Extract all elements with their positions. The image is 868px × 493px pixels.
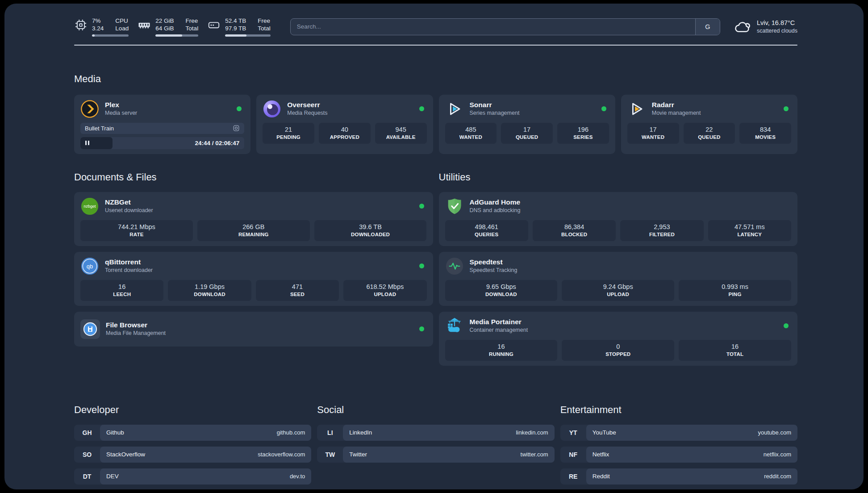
ram-progress-bar (155, 34, 198, 37)
app-card-filebrowser[interactable]: File Browser Media File Management (74, 312, 433, 347)
cpu-progress-bar (92, 34, 129, 37)
stat-box: 16TOTAL (679, 340, 791, 361)
bookmark-row[interactable]: LILinkedInlinkedin.com (317, 425, 554, 441)
stat-box: 945AVAILABLE (375, 123, 427, 144)
app-name: Speedtest (470, 258, 792, 267)
dashboard: 7% 3.24 CPU Load (4, 4, 864, 489)
ram-free-value: 22 GiB (155, 17, 174, 25)
section-title-documents: Documents & Files (74, 171, 433, 184)
stat-box: 39.6 TBDOWNLOADED (314, 220, 427, 241)
bookmark-row[interactable]: RERedditreddit.com (560, 468, 797, 485)
bookmark-url: twitter.com (521, 451, 548, 458)
stat-label: RATE (82, 231, 191, 238)
stat-label: DOWNLOAD (170, 291, 249, 298)
app-name: Overseerr (287, 100, 413, 109)
entertainment-links: YTYouTubeyoutube.comNFNetflixnetflix.com… (560, 425, 797, 485)
bookmark-abbr: SO (74, 447, 100, 463)
status-dot (237, 106, 242, 111)
app-card-overseerr[interactable]: Overseerr Media Requests 21PENDING40APPR… (256, 95, 433, 154)
search-bar: G (290, 18, 720, 35)
stat-box: 498,461QUERIES (445, 220, 528, 241)
plex-logo-icon (80, 100, 99, 118)
ram-total-value: 64 GiB (155, 25, 174, 32)
stat-label: AVAILABLE (377, 134, 425, 141)
search-input[interactable] (291, 19, 695, 35)
now-playing-title: Bullet Train (85, 125, 114, 132)
app-description: Usenet downloader (105, 207, 413, 214)
stat-label: FILTERED (622, 231, 701, 238)
bookmark-bar: YouTubeyoutube.com (586, 425, 797, 441)
stat-label: DOWNLOADED (316, 231, 425, 238)
stat-value: 21 (264, 125, 313, 134)
bookmark-abbr: TW (317, 447, 343, 463)
ram-progress-fill (155, 34, 182, 37)
stat-label: PING (680, 291, 789, 298)
playback-time: 24:44 / 02:06:47 (195, 140, 244, 146)
stat-value: 16 (82, 283, 162, 291)
header: 7% 3.24 CPU Load (74, 17, 797, 37)
stat-box: 86,384BLOCKED (533, 220, 616, 241)
disk-free-value: 52.4 TB (225, 17, 246, 25)
app-description: Torrent downloader (105, 267, 413, 274)
portainer-logo-icon (445, 317, 464, 335)
bookmark-row[interactable]: TWTwittertwitter.com (317, 447, 554, 463)
cpu-icon (74, 18, 88, 32)
app-card-sonarr[interactable]: Sonarr Series management 485WANTED17QUEU… (439, 95, 615, 154)
bookmark-name: YouTube (593, 429, 616, 436)
stat-label: MOVIES (741, 134, 789, 141)
status-dot (784, 323, 789, 328)
stat-value: 945 (377, 125, 425, 134)
stat-label: QUERIES (447, 231, 526, 238)
status-dot (419, 263, 424, 268)
app-card-plex[interactable]: Plex Media server Bullet Train 24:44 / 0… (74, 95, 250, 154)
stat-label: APPROVED (321, 134, 369, 141)
bookmark-bar: Netflixnetflix.com (586, 447, 797, 463)
stat-value: 471 (258, 283, 337, 291)
stat-value: 39.6 TB (316, 223, 425, 231)
app-card-adguard[interactable]: AdGuard Home DNS and adblocking 498,461Q… (439, 192, 798, 246)
bookmark-row[interactable]: SOStackOverflowstackoverflow.com (74, 447, 311, 463)
stat-box: 485WANTED (445, 123, 497, 144)
stats-row: 485WANTED17QUEUED196SERIES (445, 123, 609, 144)
stat-label: TOTAL (680, 351, 789, 358)
stat-value: 22 (685, 125, 734, 134)
stats-row: 17WANTED22QUEUED834MOVIES (627, 123, 791, 144)
cpu-progress-fill (92, 34, 95, 37)
stat-label: PENDING (264, 134, 313, 141)
bookmark-abbr: RE (560, 468, 586, 485)
stat-box: 17WANTED (627, 123, 679, 144)
social-column: Social LILinkedInlinkedin.comTWTwittertw… (317, 366, 554, 463)
stat-box: 47.571 msLATENCY (708, 220, 791, 241)
bookmark-row[interactable]: YTYouTubeyoutube.com (560, 425, 797, 441)
stats-row: 16RUNNING0STOPPED16TOTAL (445, 340, 792, 361)
bookmark-row[interactable]: GHGithubgithub.com (74, 425, 311, 441)
speedtest-logo-icon (445, 257, 464, 276)
stat-box: 834MOVIES (739, 123, 791, 144)
bookmark-abbr: NF (560, 447, 586, 463)
bookmark-row[interactable]: NFNetflixnetflix.com (560, 447, 797, 463)
stat-box: 0STOPPED (562, 340, 674, 361)
stat-value: 0 (563, 343, 672, 351)
app-card-radarr[interactable]: Radarr Movie management 17WANTED22QUEUED… (621, 95, 797, 154)
disk-stat-group: 52.4 TB 97.9 TB Free Total (207, 17, 271, 37)
app-card-portainer[interactable]: Media Portainer Container management 16R… (439, 312, 798, 366)
stat-value: 1.19 Gbps (170, 283, 249, 291)
stat-box: 16RUNNING (445, 340, 558, 361)
section-title-social: Social (317, 403, 554, 417)
stat-value: 47.571 ms (710, 223, 789, 231)
stat-label: UPLOAD (563, 291, 672, 298)
weather-location: Lviv, 16.87°C (757, 19, 797, 27)
search-engine-button[interactable]: G (695, 19, 720, 35)
bookmark-abbr: LI (317, 425, 343, 441)
stat-value: 266 GB (199, 223, 308, 231)
app-description: Media server (105, 109, 231, 117)
qbittorrent-logo-icon: qb (80, 257, 99, 276)
bookmark-url: github.com (277, 429, 305, 436)
app-card-speedtest[interactable]: Speedtest Speedtest Tracking 9.65 GbpsDO… (439, 252, 798, 306)
bookmark-row[interactable]: DTDEVdev.to (74, 468, 311, 485)
stat-value: 16 (447, 343, 556, 351)
playback-progress-fill (80, 137, 113, 149)
app-card-qbittorrent[interactable]: qb qBittorrent Torrent downloader 16LEEC… (74, 252, 433, 306)
app-card-nzbget[interactable]: nzbget NZBGet Usenet downloader 744.21 M… (74, 192, 433, 246)
app-description: Media File Management (106, 330, 413, 337)
